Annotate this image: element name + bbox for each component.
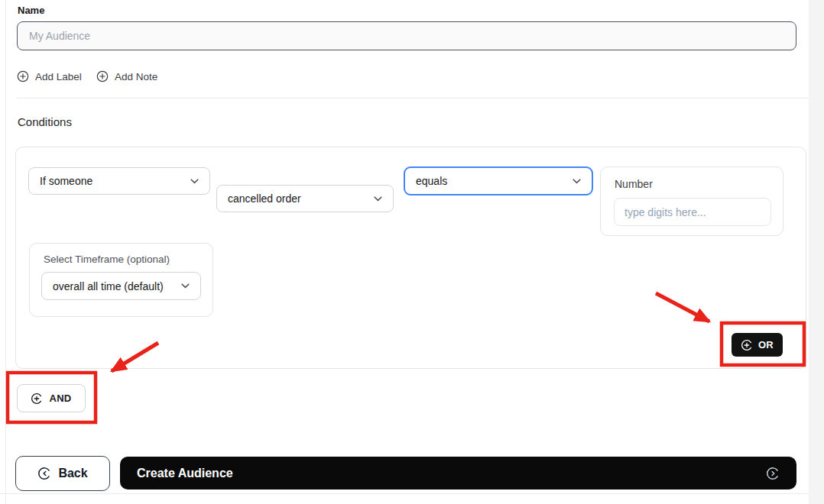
timeframe-label: Select Timeframe (optional) [44,254,170,265]
create-audience-page: Name Add Label Add Note Conditions If so… [0,0,824,504]
add-label-button[interactable]: Add Label [17,70,82,82]
footer-divider [0,493,809,494]
chevron-down-icon [181,283,190,289]
operator-select-value: equals [416,175,447,187]
timeframe-select[interactable]: overall all time (default) [41,272,201,300]
name-field-label: Name [18,5,44,16]
create-audience-button[interactable]: Create Audience [120,457,796,489]
circle-plus-open-icon [31,393,43,405]
page-background-strip [809,0,824,504]
audience-name-input[interactable] [17,21,796,50]
number-value-card: Number [600,166,783,236]
section-divider [17,98,809,99]
or-button-text: OR [758,339,774,351]
back-button[interactable]: Back [15,456,110,491]
create-audience-text: Create Audience [137,467,233,480]
chevron-down-icon [374,196,382,202]
event-select[interactable]: cancelled order [216,185,394,212]
chevron-down-icon [190,179,199,184]
add-or-condition-button[interactable]: OR [732,333,783,357]
add-note-text: Add Note [115,71,157,82]
operator-select[interactable]: equals [404,166,593,195]
event-select-value: cancelled order [228,192,301,205]
timeframe-select-value: overall all time (default) [53,280,164,292]
back-button-text: Back [58,467,87,480]
and-button-text: AND [49,393,71,404]
number-value-input[interactable] [614,198,771,226]
circle-plus-icon [96,70,109,82]
subject-select-value: If someone [40,175,92,187]
add-and-condition-button[interactable]: AND [17,384,86,412]
circle-plus-icon [17,70,29,82]
number-label: Number [615,178,653,190]
chevron-right-circle-icon [766,467,780,480]
circle-plus-open-icon [741,339,753,351]
subject-select[interactable]: If someone [28,167,210,195]
add-label-text: Add Label [35,71,82,82]
add-note-button[interactable]: Add Note [96,70,157,82]
chevron-down-icon [573,179,581,184]
card-left-edge [5,0,6,504]
conditions-heading: Conditions [18,115,72,128]
chevron-left-circle-icon [37,467,51,480]
